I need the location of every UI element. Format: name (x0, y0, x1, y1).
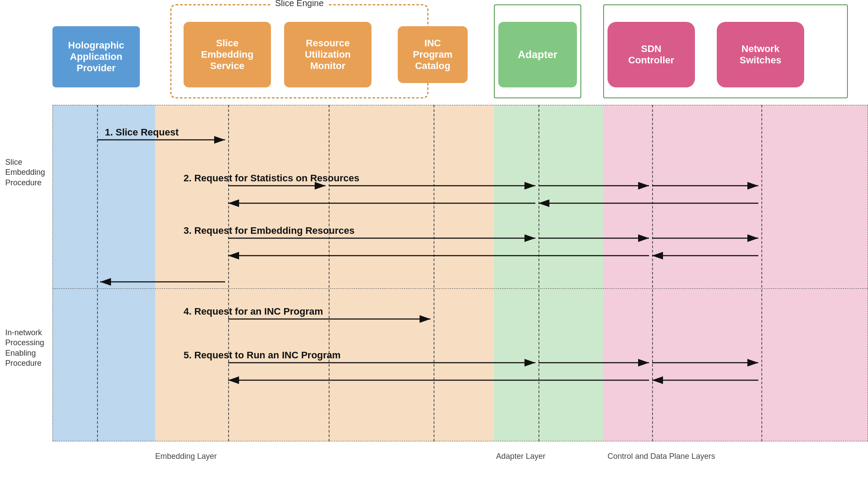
label-adapter-layer: Adapter Layer (496, 452, 545, 461)
svg-text:2. Request for Statistics on R: 2. Request for Statistics on Resources (184, 173, 359, 184)
diagram-container: Holographic Application Provider Slice E… (0, 0, 868, 489)
actor-ns: Network Switches (717, 22, 804, 87)
actor-rum-label: Resource Utilization Monitor (305, 38, 351, 72)
actor-rum: Resource Utilization Monitor (284, 22, 372, 87)
label-control-layer: Control and Data Plane Layers (608, 452, 715, 461)
actor-inc: INC Program Catalog (398, 26, 468, 83)
actor-inc-label: INC Program Catalog (413, 38, 452, 72)
arrows-svg: 1. Slice Request 2. Request for Statisti… (0, 105, 868, 463)
svg-text:1. Slice Request: 1. Slice Request (105, 127, 179, 138)
sequence-body: Slice Embedding Procedure In-network Pro… (0, 105, 868, 463)
actor-sdn: SDN Controller (608, 22, 695, 87)
actor-ses: Slice Embedding Service (184, 22, 271, 87)
svg-text:3. Request for Embedding Resou: 3. Request for Embedding Resources (184, 225, 354, 236)
svg-text:5. Request to Run an INC Progr: 5. Request to Run an INC Program (184, 350, 340, 361)
actor-ses-label: Slice Embedding Service (201, 38, 253, 72)
actor-sdn-label: SDN Controller (628, 43, 674, 66)
slice-engine-label: Slice Engine (271, 0, 327, 8)
actor-holographic: Holographic Application Provider (52, 26, 140, 87)
label-embedding-layer: Embedding Layer (155, 452, 217, 461)
actor-holographic-label: Holographic Application Provider (68, 40, 124, 74)
actor-adapter: Adapter (498, 22, 577, 87)
actor-ns-label: Network Switches (740, 43, 781, 66)
svg-text:4. Request for an INC Program: 4. Request for an INC Program (184, 306, 323, 317)
actor-adapter-label: Adapter (518, 49, 558, 61)
